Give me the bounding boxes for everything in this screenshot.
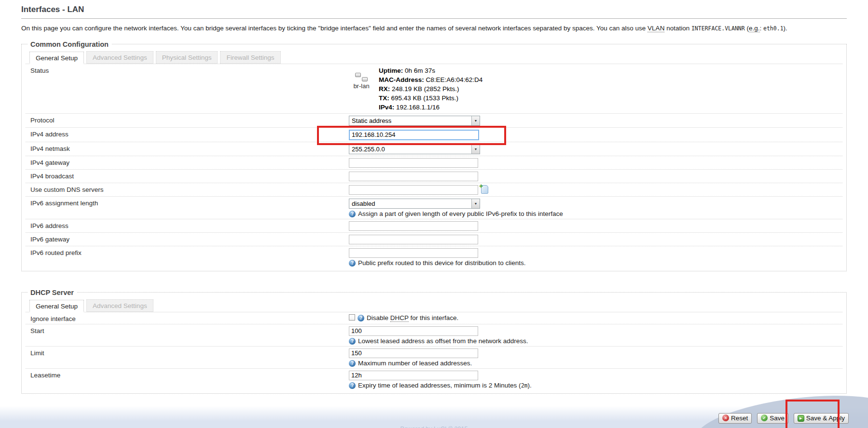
ipv6-assignment-length-select[interactable]: disabled [349, 199, 480, 209]
save-button[interactable]: Save [757, 413, 788, 424]
ipv4-netmask-label: IPv4 netmask [26, 144, 349, 152]
common-config-tabstrip: General Setup Advanced Settings Physical… [26, 49, 842, 64]
dhcp-limit-help: Maximum number of leased addresses. [349, 360, 842, 367]
dhcp-start-help: Lowest leased address as offset from the… [349, 337, 842, 345]
ipv6-address-input[interactable] [349, 221, 478, 231]
vlan-abbr: VLAN [648, 25, 664, 32]
status-line-rx: RX: 248.19 KB (2852 Pkts.) [379, 84, 482, 94]
common-configuration-section: Common Configuration General Setup Advan… [21, 40, 847, 271]
row-protocol: Protocol Static address [26, 113, 842, 127]
row-ipv4-broadcast: IPv4 broadcast [26, 169, 842, 183]
ipv4-netmask-selected-value: 255.255.0.0 [349, 145, 387, 154]
tab-advanced-settings[interactable]: Advanced Settings [86, 51, 153, 64]
ipv6-routed-prefix-label: IPv6 routed prefix [26, 248, 349, 256]
row-ipv4-gateway: IPv4 gateway [26, 156, 842, 169]
row-ipv6-gateway: IPv6 gateway [26, 232, 842, 246]
interface-name: br-lan [349, 82, 374, 90]
dhcp-leasetime-label: Leasetime [26, 371, 349, 379]
save-apply-button[interactable]: Save & Apply [794, 413, 849, 424]
row-ipv6-assignment-length: IPv6 assignment length disabled Assign a… [26, 196, 842, 219]
help-icon [349, 360, 356, 367]
status-line-tx: TX: 695.43 KB (1533 Pkts.) [379, 94, 482, 103]
status-line-uptime: Uptime: 0h 6m 37s [379, 66, 482, 75]
ipv6-assignment-length-selected-value: disabled [349, 199, 377, 208]
row-custom-dns: Use custom DNS servers [26, 183, 842, 196]
leasetime-min-code: 2m [521, 382, 528, 389]
row-dhcp-leasetime: Leasetime Expiry time of leased addresse… [26, 368, 842, 390]
play-square-icon [798, 415, 804, 422]
dhcp-limit-input[interactable] [349, 348, 478, 358]
interface-vlannr-code: INTERFACE.VLANNR [691, 25, 745, 32]
ipv4-broadcast-input[interactable] [349, 172, 478, 181]
ipv4-broadcast-label: IPv4 broadcast [26, 172, 349, 180]
dhcp-abbr: DHCP [390, 314, 409, 322]
dhcp-start-label: Start [26, 326, 349, 334]
row-ipv4-address: IPv4 address [26, 127, 842, 142]
protocol-label: Protocol [26, 116, 349, 124]
dhcp-tab-advanced-settings[interactable]: Advanced Settings [86, 299, 153, 312]
ipv4-netmask-select[interactable]: 255.255.0.0 [349, 144, 480, 154]
row-ignore-interface: Ignore interface Disable DHCP for this i… [26, 312, 842, 324]
help-icon [349, 211, 356, 217]
check-circle-icon [761, 415, 768, 421]
dhcp-server-section: DHCP Server General Setup Advanced Setti… [21, 289, 847, 394]
help-icon [358, 315, 364, 321]
tab-physical-settings[interactable]: Physical Settings [156, 51, 218, 64]
bridge-icon [355, 73, 368, 81]
footer-text: Powered by LuCI © 2015 [0, 426, 868, 428]
eth-example-code: eth0.1 [763, 25, 784, 32]
chevron-down-icon [471, 116, 480, 125]
reset-button[interactable]: Reset [718, 413, 752, 424]
custom-dns-label: Use custom DNS servers [26, 185, 349, 193]
row-ipv4-netmask: IPv4 netmask 255.255.0.0 [26, 142, 842, 156]
row-dhcp-start: Start Lowest leased address as offset fr… [26, 324, 842, 346]
dhcp-server-legend: DHCP Server [28, 289, 77, 296]
eg-abbr: e.g. [749, 25, 760, 32]
row-status: Status br-lan Uptime: 0h 6m 37s MAC-Addr… [26, 64, 842, 113]
ignore-interface-help: Disable DHCP for this interface. [367, 314, 458, 321]
tab-firewall-settings[interactable]: Firewall Settings [220, 51, 280, 64]
common-configuration-legend: Common Configuration [28, 40, 111, 48]
row-ipv6-address: IPv6 address [26, 219, 842, 232]
add-entry-icon[interactable] [481, 185, 488, 194]
ignore-interface-checkbox[interactable] [349, 314, 355, 321]
status-info: Uptime: 0h 6m 37s MAC-Address: C8:EE:A6:… [379, 66, 482, 112]
ipv6-assignment-length-help: Assign a part of given length of every p… [349, 210, 842, 217]
dhcp-start-input[interactable] [349, 326, 478, 336]
ipv6-address-label: IPv6 address [26, 221, 349, 229]
ipv4-address-input[interactable] [349, 130, 479, 140]
ipv4-address-label: IPv4 address [26, 130, 349, 138]
ipv6-assignment-length-label: IPv6 assignment length [26, 199, 349, 207]
protocol-select[interactable]: Static address [349, 116, 480, 126]
ipv4-gateway-label: IPv4 gateway [26, 158, 349, 166]
custom-dns-input[interactable] [349, 185, 478, 195]
ipv6-routed-prefix-input[interactable] [349, 248, 478, 258]
action-bar: Reset Save Save & Apply [21, 413, 849, 424]
page-title: Interfaces - LAN [21, 0, 847, 19]
tab-general-setup[interactable]: General Setup [29, 52, 84, 64]
chevron-down-icon [471, 145, 480, 154]
page-description: On this page you can configure the netwo… [21, 24, 847, 34]
row-ipv6-routed-prefix: IPv6 routed prefix Public prefix routed … [26, 246, 842, 268]
status-label: Status [26, 66, 349, 74]
ipv4-gateway-input[interactable] [349, 158, 478, 168]
ipv6-gateway-input[interactable] [349, 235, 478, 244]
help-icon [349, 260, 356, 267]
ignore-interface-label: Ignore interface [26, 314, 349, 322]
status-line-mac: MAC-Address: C8:EE:A6:04:62:D4 [379, 75, 482, 84]
help-icon [349, 382, 356, 389]
help-icon [349, 338, 356, 345]
dhcp-tabstrip: General Setup Advanced Settings [26, 297, 842, 312]
row-dhcp-limit: Limit Maximum number of leased addresses… [26, 346, 842, 368]
protocol-selected-value: Static address [349, 116, 394, 125]
dhcp-leasetime-input[interactable] [349, 371, 478, 380]
dhcp-tab-general-setup[interactable]: General Setup [29, 300, 84, 312]
status-line-ipv4: IPv4: 192.168.1.1/16 [379, 103, 482, 112]
ipv6-gateway-label: IPv6 gateway [26, 235, 349, 243]
dhcp-leasetime-help: Expiry time of leased addresses, minimum… [349, 382, 842, 389]
dhcp-limit-label: Limit [26, 348, 349, 357]
interface-badge: br-lan [349, 66, 374, 112]
x-circle-icon [722, 415, 729, 421]
chevron-down-icon [471, 199, 480, 208]
ipv6-routed-prefix-help: Public prefix routed to this device for … [349, 259, 842, 267]
